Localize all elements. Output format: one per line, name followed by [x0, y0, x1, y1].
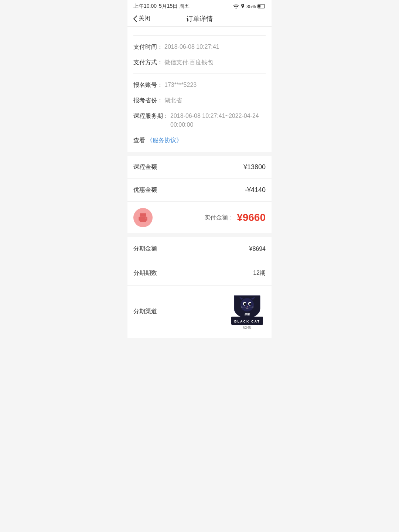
course-amount-row: 课程金额 ¥13800 — [127, 156, 272, 179]
course-amount-label: 课程金额 — [133, 163, 157, 171]
svg-text:黑猫: 黑猫 — [245, 313, 250, 316]
status-time: 上午10:00 — [133, 3, 157, 10]
installment-periods-value: 12期 — [253, 269, 266, 277]
svg-rect-3 — [141, 219, 145, 220]
discount-label: 优惠金额 — [133, 186, 157, 194]
divider-1 — [133, 35, 266, 36]
status-bar-right: 35% — [233, 4, 266, 9]
close-label: 关闭 — [139, 15, 150, 23]
service-period-value: 2018-06-08 10:27:41~2022-04-24 00:00:00 — [170, 112, 266, 129]
battery-icon — [258, 4, 266, 8]
back-button[interactable]: 关闭 — [133, 15, 150, 23]
discount-row: 优惠金额 -¥4140 — [127, 179, 272, 202]
svg-point-6 — [241, 298, 254, 311]
complaint-id: 6248 — [243, 325, 251, 330]
installment-amount-label: 分期金额 — [133, 245, 157, 253]
back-chevron-icon — [133, 16, 137, 22]
amount-section: 课程金额 ¥13800 优惠金额 -¥4140 实付金额： ¥9660 — [127, 156, 272, 233]
pay-time-value: 2018-06-08 10:27:41 — [164, 42, 219, 51]
pay-time-label: 支付时间： — [133, 42, 163, 51]
svg-rect-1 — [258, 5, 260, 8]
svg-point-11 — [244, 303, 246, 305]
svg-point-12 — [249, 303, 251, 305]
payment-icon-circle — [133, 208, 153, 227]
pay-time-row: 支付时间： 2018-06-08 10:27:41 — [133, 42, 266, 51]
service-period-row: 课程服务期： 2018-06-08 10:27:41~2022-04-24 00… — [133, 112, 266, 129]
svg-point-5 — [146, 218, 146, 218]
wifi-icon — [233, 4, 239, 8]
pay-method-row: 支付方式： 微信支付,百度钱包 — [133, 58, 266, 67]
installment-periods-label: 分期期数 — [133, 269, 157, 277]
service-period-label: 课程服务期： — [133, 112, 169, 120]
installment-channel-row: 分期渠道 — [127, 286, 272, 338]
svg-rect-2 — [140, 213, 146, 216]
printer-icon — [138, 212, 148, 223]
course-amount-value: ¥13800 — [243, 163, 266, 171]
account-row: 报名账号： 173****5223 — [133, 81, 266, 89]
black-cat-watermark: 黑猫 BLACK CAT 6248 — [229, 294, 266, 330]
installment-amount-row: 分期金额 ¥8694 — [127, 237, 272, 261]
agreement-row: 查看 《服务协议》 — [133, 136, 266, 145]
payment-label: 实付金额： — [204, 214, 234, 222]
discount-value: -¥4140 — [245, 186, 266, 194]
payment-bar: 实付金额： ¥9660 — [127, 202, 272, 233]
province-value: 湖北省 — [164, 96, 182, 105]
installment-periods-row: 分期期数 12期 — [127, 261, 272, 286]
service-agreement-link[interactable]: 《服务协议》 — [147, 136, 182, 145]
shield-icon: 黑猫 — [229, 294, 266, 320]
installment-channel-label: 分期渠道 — [133, 308, 157, 316]
installment-amount-value: ¥8694 — [249, 246, 266, 252]
payment-amount: ¥9660 — [237, 212, 266, 224]
status-date: 5月15日 周五 — [159, 3, 190, 10]
nav-bar: 关闭 订单详情 — [127, 11, 272, 27]
divider-2 — [133, 74, 266, 74]
account-label: 报名账号： — [133, 81, 163, 89]
province-row: 报考省份： 湖北省 — [133, 96, 266, 105]
svg-rect-4 — [141, 218, 143, 219]
payment-info-section: 支付时间： 2018-06-08 10:27:41 支付方式： 微信支付,百度钱… — [127, 27, 272, 152]
province-label: 报考省份： — [133, 96, 163, 105]
agreement-prefix: 查看 — [133, 136, 145, 145]
battery-level: 35% — [246, 4, 256, 9]
location-icon — [241, 4, 245, 9]
installment-section: 分期金额 ¥8694 分期期数 12期 分期渠道 — [127, 237, 272, 338]
page-title: 订单详情 — [186, 14, 213, 23]
status-bar-left: 上午10:00 5月15日 周五 — [133, 3, 190, 10]
pay-method-label: 支付方式： — [133, 58, 163, 67]
account-value: 173****5223 — [164, 81, 197, 89]
status-bar: 上午10:00 5月15日 周五 35% — [127, 0, 272, 11]
pay-method-value: 微信支付,百度钱包 — [164, 58, 213, 67]
black-cat-label: BLACK CAT — [234, 320, 260, 323]
